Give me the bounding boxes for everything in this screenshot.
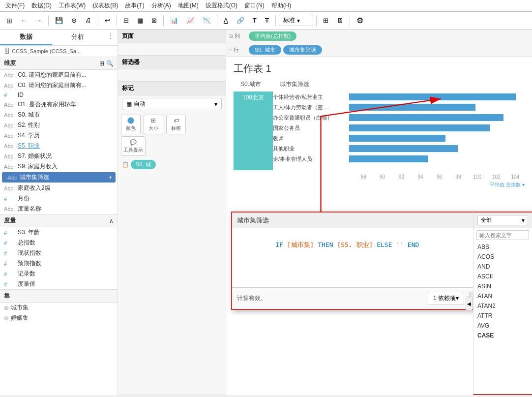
func-item-atan[interactable]: ATAN bbox=[473, 291, 532, 301]
bar-fill bbox=[349, 124, 490, 131]
func-item-attr[interactable]: ATTR bbox=[473, 311, 532, 321]
toolbar-sep2 bbox=[98, 15, 98, 26]
toolbar-text-btn[interactable]: T bbox=[249, 15, 260, 26]
toolbar-save-btn[interactable]: 💾 bbox=[52, 15, 66, 26]
toolbar-chart3-btn[interactable]: 📉 bbox=[199, 15, 214, 26]
s0-row-pill[interactable]: S0. 城市 bbox=[249, 45, 281, 55]
toolbar-sort-btn[interactable]: ⊟ bbox=[120, 15, 132, 26]
dim-type: Abc bbox=[4, 153, 16, 159]
set-item[interactable]: ⊗ 城市集 bbox=[0, 303, 118, 313]
bar-row: 办公室普通职员（白领） bbox=[273, 113, 525, 122]
left-panel-options-btn[interactable]: ⋮ bbox=[104, 30, 118, 45]
toolbar-print-btn[interactable]: 🖨 bbox=[82, 15, 95, 26]
func-item-acos[interactable]: ACOS bbox=[473, 252, 532, 262]
toolbar-view-btn[interactable]: ⊞ bbox=[320, 15, 332, 26]
measure-item[interactable]: # 度量值 bbox=[0, 279, 118, 289]
func-item-and[interactable]: AND bbox=[473, 262, 532, 272]
toolbar-share-btn[interactable]: ⚙ bbox=[353, 14, 367, 27]
menu-map[interactable]: 地图(M) bbox=[175, 0, 202, 11]
dim-type: Abc bbox=[4, 133, 16, 139]
dim-type: Abc bbox=[4, 143, 16, 149]
bar-row: 教师 bbox=[273, 134, 525, 143]
city-col-header: S0.城市 bbox=[238, 79, 278, 90]
list-item[interactable]: Abc S9. 家庭月收入 bbox=[0, 161, 118, 172]
list-item[interactable]: Abc S4. 学历 bbox=[0, 130, 118, 141]
func-item-atan2[interactable]: ATAN2 bbox=[473, 301, 532, 311]
list-item[interactable]: Abc C0. 请问您的家庭目前有... bbox=[0, 80, 118, 91]
menu-worksheet[interactable]: 工作表(W) bbox=[55, 0, 89, 11]
list-item[interactable]: Abc S7. 婚姻状况 bbox=[0, 151, 118, 161]
toolbar-chart2-btn[interactable]: 📈 bbox=[183, 15, 198, 26]
toolbar-home-btn[interactable]: ⊞ bbox=[3, 15, 16, 27]
menu-help[interactable]: 帮助(H) bbox=[268, 0, 295, 11]
marks-auto-dropdown[interactable]: ▦ 自动 ▾ bbox=[122, 98, 222, 110]
func-item-case[interactable]: CASE bbox=[473, 331, 532, 340]
func-item-avg[interactable]: AVG bbox=[473, 321, 532, 331]
menu-window[interactable]: 窗口(N) bbox=[241, 0, 268, 11]
measure-item[interactable]: # 现状指数 bbox=[0, 248, 118, 258]
list-item[interactable]: Abc O1. 是否拥有家用轿车 bbox=[0, 99, 118, 110]
menu-file[interactable]: 文件(F) bbox=[2, 0, 28, 11]
list-item[interactable]: Abc S0. 城市 bbox=[0, 110, 118, 120]
menu-analysis[interactable]: 分析(A) bbox=[148, 0, 175, 11]
bar-label: 工人/体力劳动者（蓝... bbox=[273, 104, 349, 111]
list-item[interactable]: # ID bbox=[0, 91, 118, 99]
search-icon[interactable]: ⊞ bbox=[99, 60, 104, 67]
menu-story[interactable]: 故事(T) bbox=[121, 0, 148, 11]
collapse-icon[interactable]: ∧ bbox=[109, 217, 114, 224]
list-item[interactable]: Abc S2. 性别 bbox=[0, 120, 118, 130]
func-item-ascii[interactable]: ASCII bbox=[473, 272, 532, 281]
list-item[interactable]: Abc 家庭收入2级 bbox=[0, 183, 118, 193]
filter-icon[interactable]: 🔍 bbox=[106, 60, 114, 67]
tooltip-btn[interactable]: 💬 工具提示 bbox=[121, 136, 146, 156]
size-btn[interactable]: ⊞ 大小 bbox=[144, 115, 163, 134]
bar-row: 企/事业管理人员 bbox=[273, 154, 525, 163]
bar-fill bbox=[349, 145, 458, 152]
measure-item[interactable]: # 预期指数 bbox=[0, 258, 118, 269]
list-item[interactable]: Abc C0. 请问您的家庭目前有... bbox=[0, 70, 118, 80]
measure-item[interactable]: # 记录数 bbox=[0, 269, 118, 279]
toolbar-grid-btn[interactable]: ▦ bbox=[134, 15, 147, 26]
tab-analysis[interactable]: 分析 bbox=[52, 30, 104, 45]
menu-dashboard[interactable]: 仪表板(B) bbox=[89, 0, 121, 11]
toolbar-filter-btn[interactable]: ⊠ bbox=[148, 15, 160, 26]
bar-fill bbox=[349, 114, 503, 121]
calc-dep-btn[interactable]: 1 依赖项▾ bbox=[428, 292, 464, 305]
avg-pill[interactable]: 平均值(总指数) bbox=[249, 31, 296, 41]
set-item[interactable]: ⊗ 婚姻集 bbox=[0, 313, 118, 323]
s0-pill[interactable]: S0. 城 bbox=[131, 160, 156, 169]
filter-col-header: 城市集筛选 bbox=[278, 79, 311, 90]
sets-header: 集 bbox=[0, 289, 118, 303]
toolbar-underline-btn[interactable]: A bbox=[220, 15, 232, 26]
toolbar-present-btn[interactable]: 🖥 bbox=[333, 15, 347, 26]
city-col: 100北京 bbox=[234, 92, 273, 170]
func-collapse-handle[interactable]: ◀ bbox=[466, 296, 473, 310]
dim-type: Abc bbox=[4, 206, 16, 212]
toolbar-link-btn[interactable]: 🔗 bbox=[233, 15, 248, 26]
list-item[interactable]: Abc S5. 职业 bbox=[0, 141, 118, 151]
measure-item[interactable]: # 总指数 bbox=[0, 238, 118, 248]
toolbar-back-btn[interactable]: ← bbox=[17, 15, 30, 26]
label-btn[interactable]: 🏷 标签 bbox=[166, 115, 186, 134]
toolbar-undo-btn[interactable]: ↩ bbox=[101, 15, 114, 26]
color-btn[interactable]: 颜色 bbox=[121, 115, 141, 134]
toolbar: ⊞ ← → 💾 ⊕ 🖨 ↩ ⊟ ▦ ⊠ 📊 📈 📉 A 🔗 T T̶ 标准 ▾ … bbox=[0, 12, 532, 30]
toolbar-chart1-btn[interactable]: 📊 bbox=[167, 15, 181, 26]
func-item-abs[interactable]: ABS bbox=[473, 242, 532, 252]
func-item-asin[interactable]: ASIN bbox=[473, 281, 532, 291]
city-filter-row-pill[interactable]: 城市集筛选 bbox=[283, 45, 322, 55]
toolbar-forward-btn[interactable]: → bbox=[32, 15, 45, 26]
func-dropdown[interactable]: 全部 ▾ bbox=[477, 215, 528, 225]
menu-data[interactable]: 数据(D) bbox=[28, 0, 55, 11]
list-item[interactable]: Abc 度量名称 bbox=[0, 204, 118, 214]
list-item[interactable]: # 月份 bbox=[0, 193, 118, 204]
menu-format[interactable]: 设置格式(O) bbox=[202, 0, 241, 11]
func-search-input[interactable] bbox=[476, 230, 529, 240]
toolbar-sep6 bbox=[275, 15, 276, 26]
toolbar-strikethrough-btn[interactable]: T̶ bbox=[262, 15, 272, 26]
toolbar-newds-btn[interactable]: ⊕ bbox=[68, 15, 80, 26]
measure-item[interactable]: # S3. 年龄 bbox=[0, 227, 118, 238]
city-filter-dim-item[interactable]: -Abc 城市集筛选 ▾ bbox=[2, 172, 116, 183]
tab-data[interactable]: 数据 bbox=[0, 30, 52, 45]
toolbar-standard-dropdown[interactable]: 标准 ▾ bbox=[279, 15, 313, 26]
